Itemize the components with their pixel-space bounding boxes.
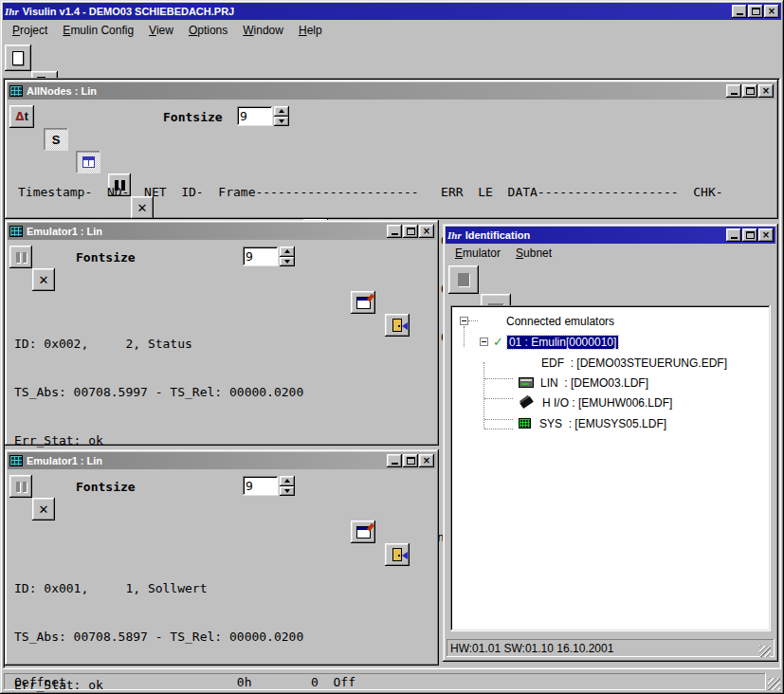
delta-t-button[interactable]: Δt xyxy=(9,105,34,128)
menu-subnet[interactable]: Subnet xyxy=(508,245,559,262)
app-logo-icon: Ihr xyxy=(5,6,19,17)
fontsize-label: Fontsize xyxy=(163,110,223,124)
pause-icon xyxy=(16,482,27,492)
table-window-icon xyxy=(9,455,23,466)
minimize-button[interactable] xyxy=(726,228,741,242)
close-button[interactable]: × xyxy=(764,5,779,18)
minimize-button[interactable] xyxy=(387,225,402,238)
spin-up-button[interactable] xyxy=(280,476,295,486)
new-emulator-button-disabled xyxy=(448,265,479,294)
menu-project[interactable]: Project xyxy=(5,22,55,39)
error-status-line: Err_Stat: ok xyxy=(14,432,436,448)
identification-title: Identification xyxy=(465,229,725,241)
menu-emulator[interactable]: Emulator xyxy=(447,245,508,262)
sys-grid-icon xyxy=(519,418,531,429)
lin-device-icon xyxy=(519,377,534,388)
maximize-button[interactable] xyxy=(742,228,757,242)
statusbar-panel xyxy=(4,673,766,690)
allnodes-toolbar: Δt S ✕ Fontsize xyxy=(8,100,775,135)
menu-view[interactable]: View xyxy=(141,22,181,39)
close-button[interactable]: × xyxy=(758,228,774,242)
minimize-icon xyxy=(737,13,743,15)
menu-options[interactable]: Options xyxy=(181,22,235,39)
table-window-icon xyxy=(9,85,23,97)
collapse-icon[interactable] xyxy=(480,338,488,346)
maximize-button[interactable] xyxy=(742,84,757,98)
pause-button[interactable] xyxy=(9,246,32,268)
app-logo-icon: Ihr xyxy=(447,229,462,241)
emulator1-window: Emulator1 : Lin × ✕ Fontsize xyxy=(5,220,439,446)
emulator1-toolbar: ✕ Fontsize xyxy=(8,241,436,275)
tree-child-lin[interactable]: LIN : [DEMO03.LDF] xyxy=(519,374,648,391)
timestamp-line: TS_Abs: 00708.5897 - TS_Rel: 00000.0200 xyxy=(14,629,436,645)
minimize-button[interactable] xyxy=(726,84,741,98)
close-icon: × xyxy=(768,7,775,16)
spin-up-button[interactable] xyxy=(274,106,289,117)
main-menubar: Project Emulin Config View Options Windo… xyxy=(3,21,781,40)
close-button[interactable]: × xyxy=(419,225,434,238)
spin-up-button[interactable] xyxy=(280,247,295,257)
allnodes-data: Timestamp- ND- NET ID- Frame------------… xyxy=(8,135,775,216)
edf-file-label[interactable]: EDF : [DEMO03STEUERUNG.EDF] xyxy=(541,356,727,370)
fontsize-input[interactable] xyxy=(243,247,279,266)
allnodes-title: AllNodes : Lin xyxy=(27,85,725,97)
hio-file-label[interactable]: H I/O : [EMUHW006.LDF] xyxy=(542,396,672,410)
menu-emulin-config[interactable]: Emulin Config xyxy=(55,22,141,39)
tree-child-edf[interactable]: EDF : [DEMO03STEUERUNG.EDF] xyxy=(519,355,727,371)
tree-root-row[interactable]: Connected emulators xyxy=(460,313,614,329)
maximize-icon xyxy=(752,8,760,15)
tree-child-sys[interactable]: SYS : [EMUSYS05.LDF] xyxy=(519,415,666,431)
timestamp-line: TS_Abs: 00708.5997 - TS_Rel: 00000.0200 xyxy=(14,384,436,400)
identification-titlebar[interactable]: Ihr Identification × xyxy=(446,227,775,244)
maximize-button[interactable] xyxy=(403,225,418,238)
maximize-button[interactable] xyxy=(403,454,418,467)
emulator1-data: ID: 0x002, 2, Status TS_Abs: 00708.5997 … xyxy=(8,275,436,443)
maximize-button[interactable] xyxy=(748,5,763,18)
fontsize-input[interactable] xyxy=(243,476,279,496)
tree-root-label[interactable]: Connected emulators xyxy=(506,315,614,328)
minimize-button[interactable] xyxy=(732,5,747,18)
pause-icon xyxy=(16,252,27,263)
main-window-title: Visulin v1.4 - DEMO03 SCHIEBEDACH.PRJ xyxy=(23,6,731,17)
tree-emulator-node[interactable]: ✓ 01 : Emulin[0000010] xyxy=(480,334,618,350)
emulator1-2-toolbar: ✕ Fontsize xyxy=(8,470,436,504)
spin-down-button[interactable] xyxy=(274,117,289,127)
frame-id-line: ID: 0x002, 2, Status xyxy=(14,336,436,352)
new-project-button[interactable] xyxy=(5,45,31,71)
check-icon: ✓ xyxy=(493,335,503,349)
mdi-client-area: AllNodes : Lin × Δt S ✕ Fontsize xyxy=(3,78,781,669)
emulator1-titlebar[interactable]: Emulator1 : Lin × xyxy=(8,223,436,240)
menu-window[interactable]: Window xyxy=(235,22,291,39)
close-button[interactable]: × xyxy=(758,84,774,98)
menu-help[interactable]: Help xyxy=(291,22,330,39)
resize-grip[interactable] xyxy=(759,646,771,657)
fontsize-input[interactable] xyxy=(237,106,273,126)
emulator1-2-data: ID: 0x001, 1, Sollwert TS_Abs: 00708.589… xyxy=(8,504,436,663)
sys-file-label[interactable]: SYS : [EMUSYS05.LDF] xyxy=(539,417,666,430)
table-window-icon xyxy=(9,226,23,237)
spin-down-button[interactable] xyxy=(280,257,295,267)
hw-sw-version-text: HW:01.01 SW:01.10 16.10.2001 xyxy=(450,642,613,655)
close-button[interactable]: × xyxy=(419,454,434,467)
identification-toolbar: ID ⇄ xyxy=(446,263,775,299)
tree-child-hio[interactable]: H I/O : [EMUHW006.LDF] xyxy=(519,394,672,411)
main-statusbar xyxy=(3,671,781,691)
allnodes-titlebar[interactable]: AllNodes : Lin × xyxy=(8,82,775,100)
spin-down-button[interactable] xyxy=(280,486,295,497)
new-page-icon xyxy=(12,51,24,65)
selected-emulator-label[interactable]: 01 : Emulin[0000010] xyxy=(507,336,618,349)
resize-grip[interactable] xyxy=(768,678,780,690)
main-titlebar[interactable]: Ihr Visulin v1.4 - DEMO03 SCHIEBEDACH.PR… xyxy=(3,3,781,20)
fontsize-label: Fontsize xyxy=(76,250,136,265)
identification-statusbar: HW:01.01 SW:01.10 16.10.2001 xyxy=(447,639,775,657)
allnodes-window: AllNodes : Lin × Δt S ✕ Fontsize xyxy=(5,80,778,219)
emulator-tree: Connected emulators ✓ 01 : Emulin[000001… xyxy=(450,305,771,631)
identification-window: Ihr Identification × Emulator Subnet ID … xyxy=(443,224,778,662)
delta-icon: Δ xyxy=(15,110,24,123)
minimize-button[interactable] xyxy=(387,454,402,467)
pause-button[interactable] xyxy=(9,475,32,498)
collapse-icon[interactable] xyxy=(460,317,468,325)
emulator1-2-titlebar[interactable]: Emulator1 : Lin × xyxy=(8,452,436,469)
lin-file-label[interactable]: LIN : [DEMO03.LDF] xyxy=(540,376,648,390)
main-toolbar: Button1 xyxy=(3,42,781,78)
